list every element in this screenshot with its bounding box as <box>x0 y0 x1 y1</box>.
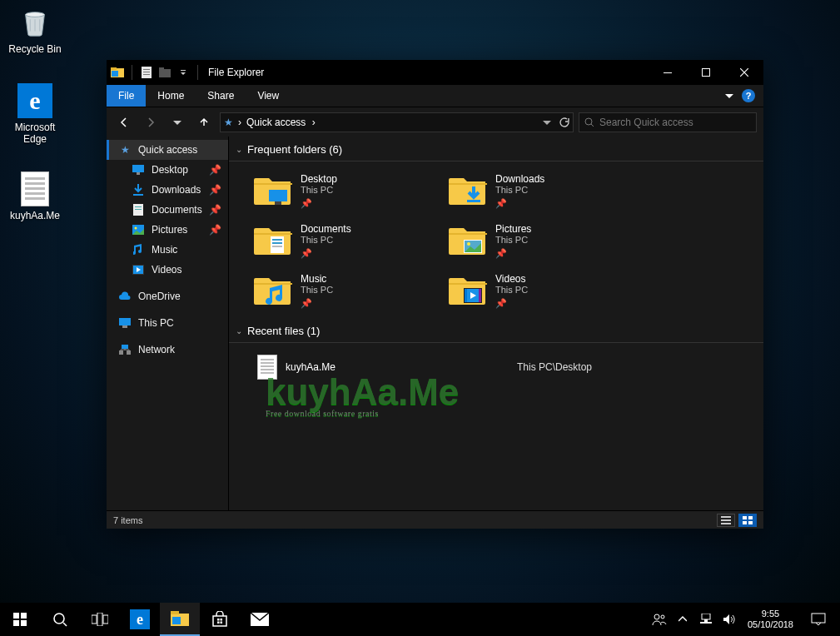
svg-rect-60 <box>172 617 181 624</box>
pin-icon: 📌 <box>301 248 312 259</box>
navpane-documents[interactable]: Documents📌 <box>107 200 228 220</box>
recycle-bin-icon <box>17 5 52 40</box>
close-button[interactable] <box>725 60 763 85</box>
navpane-network[interactable]: Network <box>107 340 228 360</box>
pin-icon: 📌 <box>209 164 221 176</box>
ribbon-tab-view[interactable]: View <box>246 85 291 107</box>
navpane-this-pc[interactable]: This PC <box>107 313 228 333</box>
pin-icon: 📌 <box>209 224 221 236</box>
people-icon[interactable] <box>649 603 669 636</box>
desktop-icon-label: kuyhAa.Me <box>10 210 60 221</box>
navpane-desktop[interactable]: Desktop📌 <box>107 160 228 180</box>
ribbon-tab-home[interactable]: Home <box>146 85 196 107</box>
breadcrumb-quick-access[interactable]: Quick access › <box>246 117 316 128</box>
taskbar: e 9:55 05/10/2018 <box>0 603 840 636</box>
qat-properties-icon[interactable] <box>139 65 154 80</box>
task-view-button[interactable] <box>80 603 120 636</box>
address-bar[interactable]: ★ › Quick access › <box>220 112 574 132</box>
nav-forward-button[interactable] <box>140 112 162 133</box>
svg-rect-7 <box>143 74 150 75</box>
content-pane: ⌄ Frequent folders (6) DesktopThis PC📌Do… <box>229 137 763 510</box>
ribbon: File Home Share View ? <box>107 85 763 107</box>
taskbar-mail-button[interactable] <box>240 603 280 636</box>
svg-rect-70 <box>704 619 708 622</box>
svg-point-21 <box>135 227 137 230</box>
address-bar-row: ★ › Quick access › Search Quick access <box>107 107 763 137</box>
folder-item-desktop[interactable]: DesktopThis PC📌 <box>254 173 444 210</box>
network-tray-icon[interactable] <box>696 603 716 636</box>
taskbar-explorer-button[interactable] <box>160 603 200 636</box>
svg-rect-30 <box>275 201 281 205</box>
system-tray: 9:55 05/10/2018 <box>644 603 840 636</box>
tray-overflow-icon[interactable] <box>673 603 693 636</box>
titlebar[interactable]: File Explorer <box>107 60 763 85</box>
taskbar-edge-button[interactable]: e <box>120 603 160 636</box>
group-recent-files[interactable]: ⌄ Recent files (1) <box>229 320 763 343</box>
svg-rect-50 <box>13 613 19 619</box>
star-icon: ★ <box>118 143 132 157</box>
folder-item-music[interactable]: MusicThis PC📌 <box>254 273 444 310</box>
navpane-videos[interactable]: Videos <box>107 260 228 280</box>
svg-rect-44 <box>721 519 731 521</box>
music-icon <box>132 243 145 256</box>
taskbar-clock[interactable]: 9:55 05/10/2018 <box>743 609 798 630</box>
nav-back-button[interactable] <box>113 112 135 133</box>
minimize-button[interactable] <box>649 60 687 85</box>
breadcrumb-sep: › <box>238 117 241 128</box>
svg-rect-11 <box>664 72 672 73</box>
ribbon-expand-icon[interactable] <box>725 92 733 100</box>
svg-rect-45 <box>721 523 731 524</box>
svg-rect-71 <box>700 622 712 624</box>
svg-rect-56 <box>97 613 102 626</box>
navpane-quick-access[interactable]: ★ Quick access <box>107 140 228 160</box>
taskbar-search-button[interactable] <box>40 603 80 636</box>
folder-item-videos[interactable]: VideosThis PC📌 <box>449 273 639 310</box>
maximize-button[interactable] <box>687 60 725 85</box>
recent-file-item[interactable]: kuyhAa.MeThis PC\Desktop <box>229 343 763 380</box>
start-button[interactable] <box>0 603 40 636</box>
folder-item-pictures[interactable]: PicturesThis PC📌 <box>449 223 639 260</box>
action-center-button[interactable] <box>802 603 835 636</box>
desktop-icon-kuyhaa-me[interactable]: kuyhAa.Me <box>3 171 67 221</box>
group-frequent-folders[interactable]: ⌄ Frequent folders (6) <box>229 138 763 161</box>
folder-name: Videos <box>495 273 528 285</box>
desktop-icon-recycle-bin[interactable]: Recycle Bin <box>3 5 67 55</box>
svg-rect-5 <box>143 69 150 70</box>
folder-location: This PC <box>495 285 528 295</box>
view-large-icons-button[interactable] <box>738 514 757 527</box>
refresh-icon[interactable] <box>558 117 569 128</box>
help-button[interactable]: ? <box>742 89 755 102</box>
folder-name: Downloads <box>495 173 544 185</box>
folder-item-documents[interactable]: DocumentsThis PC📌 <box>254 223 444 260</box>
navpane-onedrive[interactable]: OneDrive <box>107 286 228 306</box>
address-dropdown-icon[interactable] <box>543 118 551 127</box>
taskbar-store-button[interactable] <box>200 603 240 636</box>
svg-rect-51 <box>21 613 27 619</box>
pin-icon: 📌 <box>495 298 507 309</box>
navpane-music[interactable]: Music <box>107 240 228 260</box>
nav-up-button[interactable] <box>193 112 215 133</box>
folder-item-downloads[interactable]: DownloadsThis PC📌 <box>449 173 639 210</box>
folder-icon <box>254 273 292 306</box>
svg-rect-27 <box>119 350 123 355</box>
volume-tray-icon[interactable] <box>719 603 739 636</box>
svg-rect-41 <box>465 289 467 302</box>
search-placeholder: Search Quick access <box>599 117 693 128</box>
qat-new-folder-icon[interactable] <box>157 65 172 80</box>
qat-dropdown-icon[interactable] <box>176 65 191 80</box>
window-title: File Explorer <box>208 67 264 78</box>
folder-location: This PC <box>495 235 531 245</box>
desktop-icon-microsoft-edge[interactable]: e Microsoft Edge <box>3 83 67 145</box>
ribbon-tab-share[interactable]: Share <box>196 85 246 107</box>
nav-recent-dropdown[interactable] <box>167 112 188 133</box>
svg-rect-29 <box>269 190 287 201</box>
text-file-icon <box>17 171 52 206</box>
ribbon-tab-file[interactable]: File <box>107 85 146 107</box>
view-details-button[interactable] <box>717 514 735 527</box>
search-icon <box>584 117 594 127</box>
folder-location: This PC <box>301 285 333 295</box>
navpane-downloads[interactable]: Downloads📌 <box>107 180 228 200</box>
search-input[interactable]: Search Quick access <box>579 112 757 132</box>
folder-icon <box>449 223 487 256</box>
navpane-pictures[interactable]: Pictures📌 <box>107 220 228 240</box>
